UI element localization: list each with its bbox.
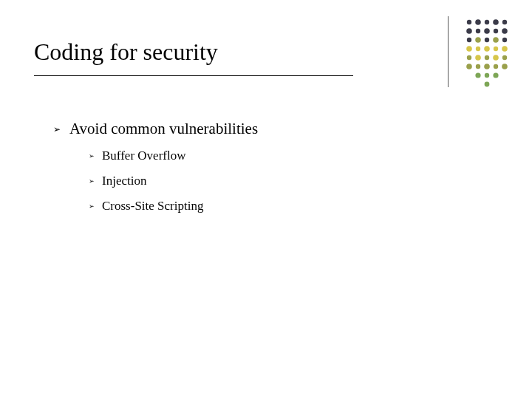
svg-point-13 <box>493 37 499 43</box>
svg-point-16 <box>476 47 480 51</box>
svg-point-6 <box>476 29 480 33</box>
bullet-level-2: ➢ Injection <box>89 174 258 188</box>
svg-point-25 <box>466 64 472 69</box>
bullet-level-1: ➢ Avoid common vulnerabilities <box>53 120 258 138</box>
svg-point-24 <box>502 55 507 60</box>
svg-point-4 <box>502 20 507 24</box>
decorative-dots <box>448 16 519 87</box>
svg-point-14 <box>502 38 507 42</box>
triangle-bullet-icon: ➢ <box>89 177 95 185</box>
slide-title: Coding for security <box>34 38 218 66</box>
svg-point-29 <box>502 64 508 69</box>
svg-point-8 <box>494 29 498 33</box>
title-underline <box>34 75 353 76</box>
bullet-l2-text: Cross-Site Scripting <box>102 199 203 214</box>
svg-point-26 <box>476 64 480 69</box>
svg-point-12 <box>485 38 489 42</box>
svg-point-30 <box>475 72 480 78</box>
svg-point-19 <box>502 46 508 52</box>
svg-point-0 <box>467 20 471 24</box>
svg-point-9 <box>502 28 508 34</box>
triangle-bullet-icon: ➢ <box>89 152 95 160</box>
slide-body: ➢ Avoid common vulnerabilities ➢ Buffer … <box>53 120 258 224</box>
bullet-l2-text: Buffer Overflow <box>102 149 185 163</box>
svg-point-10 <box>467 38 471 42</box>
svg-point-20 <box>467 55 471 60</box>
svg-point-22 <box>485 55 489 60</box>
triangle-bullet-icon: ➢ <box>89 202 95 210</box>
svg-point-2 <box>485 20 489 24</box>
svg-point-32 <box>493 72 498 78</box>
svg-point-17 <box>484 46 490 52</box>
bullet-l1-text: Avoid common vulnerabilities <box>69 120 258 138</box>
svg-point-28 <box>494 64 498 69</box>
bullet-l2-text: Injection <box>102 174 146 188</box>
svg-point-7 <box>484 28 490 34</box>
svg-point-33 <box>485 82 490 87</box>
svg-point-3 <box>493 19 499 25</box>
svg-point-5 <box>466 28 472 34</box>
bullet-level-2: ➢ Cross-Site Scripting <box>89 199 258 214</box>
svg-point-23 <box>493 55 499 61</box>
svg-point-21 <box>475 55 481 61</box>
svg-point-31 <box>485 73 489 78</box>
bullet-level-2: ➢ Buffer Overflow <box>89 149 258 163</box>
triangle-bullet-icon: ➢ <box>53 124 61 135</box>
svg-point-11 <box>475 37 481 43</box>
svg-point-27 <box>484 64 490 69</box>
svg-point-15 <box>466 46 472 52</box>
svg-point-18 <box>494 47 498 51</box>
svg-point-1 <box>475 19 481 25</box>
